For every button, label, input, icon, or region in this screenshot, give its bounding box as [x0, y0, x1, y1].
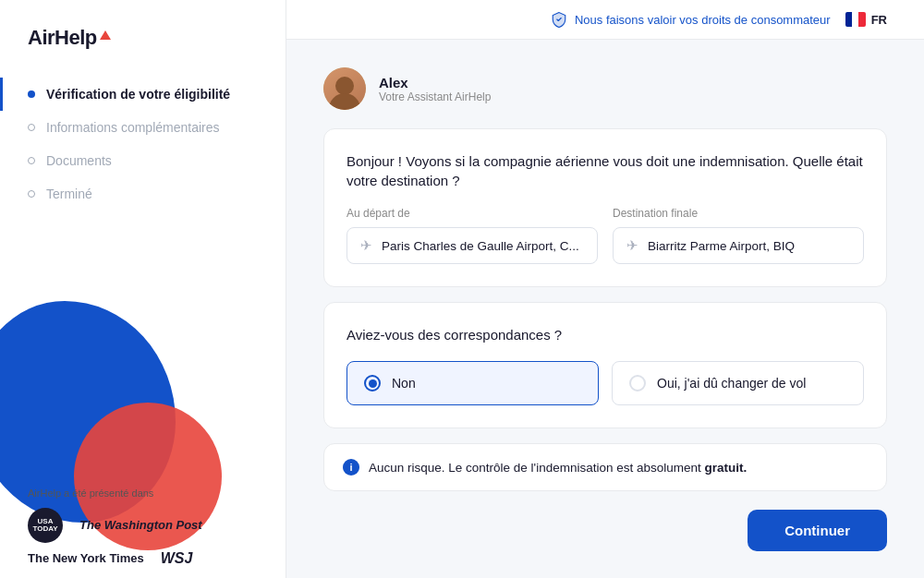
- flag-icon: [845, 12, 866, 27]
- sidebar-item-info[interactable]: Informations complémentaires: [0, 111, 286, 144]
- usa-today-logo: USATODAY: [28, 508, 63, 543]
- wsj-logo: WSJ: [161, 550, 193, 567]
- sidebar-item-documents[interactable]: Documents: [0, 144, 286, 177]
- plane-departure-icon: ✈: [360, 237, 372, 254]
- content-area: Alex Votre Assistant AirHelp Bonjour ! V…: [286, 40, 924, 578]
- continue-row: Continuer: [323, 510, 887, 551]
- lang-label: FR: [871, 13, 887, 27]
- flight-fields: Au départ de ✈ Paris Charles de Gaulle A…: [346, 207, 864, 264]
- nyt-logo: The New York Times: [28, 552, 144, 565]
- destination-question: Bonjour ! Voyons si la compagnie aérienn…: [346, 151, 864, 190]
- sidebar: AirHelp Vérification de votre éligibilit…: [0, 0, 286, 578]
- avatar: [323, 67, 366, 110]
- info-box: i Aucun risque. Le contrôle de l'indemni…: [323, 443, 887, 491]
- assistant-info: Alex Votre Assistant AirHelp: [379, 75, 491, 103]
- info-text: Aucun risque. Le contrôle de l'indemnisa…: [369, 461, 747, 475]
- destination-value: Biarritz Parme Airport, BIQ: [648, 239, 795, 253]
- radio-non-icon: [364, 375, 381, 391]
- logo: AirHelp: [0, 0, 286, 68]
- press-label: AirHelp a été présenté dans: [28, 488, 258, 499]
- press-section: AirHelp a été présenté dans USATODAY The…: [0, 473, 286, 578]
- circle-empty-icon: [28, 157, 35, 164]
- option-non-label: Non: [392, 376, 416, 391]
- shield-icon: [551, 11, 567, 28]
- main-content: Nous faisons valoir vos droits de consom…: [286, 0, 924, 578]
- departure-value: Paris Charles de Gaulle Airport, C...: [382, 239, 579, 253]
- sidebar-item-eligibility[interactable]: Vérification de votre éligibilité: [0, 78, 286, 111]
- departure-label: Au départ de: [346, 207, 598, 220]
- destination-card: Bonjour ! Voyons si la compagnie aérienn…: [323, 128, 887, 287]
- option-oui[interactable]: Oui, j'ai dû changer de vol: [612, 361, 864, 405]
- language-selector[interactable]: FR: [845, 12, 887, 27]
- assistant-name: Alex: [379, 75, 491, 90]
- option-oui-label: Oui, j'ai dû changer de vol: [657, 376, 806, 391]
- departure-input[interactable]: ✈ Paris Charles de Gaulle Airport, C...: [346, 227, 598, 264]
- info-text-bold: gratuit.: [705, 461, 748, 475]
- top-bar: Nous faisons valoir vos droits de consom…: [286, 0, 924, 40]
- radio-oui-icon: [629, 375, 646, 391]
- info-text-normal: Aucun risque. Le contrôle de l'indemnisa…: [369, 461, 705, 475]
- destination-input[interactable]: ✈ Biarritz Parme Airport, BIQ: [613, 227, 864, 264]
- assistant-title: Votre Assistant AirHelp: [379, 90, 491, 103]
- flag-white: [852, 12, 858, 27]
- departure-field: Au départ de ✈ Paris Charles de Gaulle A…: [346, 207, 598, 264]
- radio-options: Non Oui, j'ai dû changer de vol: [346, 361, 864, 405]
- assistant-header: Alex Votre Assistant AirHelp: [323, 67, 887, 110]
- avatar-face: [323, 67, 366, 110]
- logo-text: AirHelp: [28, 26, 97, 50]
- correspondances-question: Aviez-vous des correspondances ?: [346, 325, 864, 344]
- wapo-logo: The Washington Post: [79, 519, 202, 532]
- destination-label: Destination finale: [613, 207, 864, 220]
- plane-arrival-icon: ✈: [626, 237, 638, 254]
- destination-field: Destination finale ✈ Biarritz Parme Airp…: [613, 207, 864, 264]
- flag-red: [858, 12, 865, 27]
- circle-empty-icon: [28, 190, 35, 198]
- correspondances-card: Aviez-vous des correspondances ? Non Oui…: [323, 302, 887, 428]
- press-logos-row1: USATODAY The Washington Post: [28, 508, 258, 543]
- logo-triangle-icon: [100, 30, 111, 40]
- consumer-text: Nous faisons valoir vos droits de consom…: [575, 13, 831, 27]
- sidebar-item-done[interactable]: Terminé: [0, 177, 286, 211]
- info-icon: i: [343, 459, 359, 476]
- option-non[interactable]: Non: [346, 361, 599, 405]
- flag-blue: [845, 12, 852, 27]
- circle-empty-icon: [28, 124, 35, 131]
- consumer-rights-label: Nous faisons valoir vos droits de consom…: [551, 11, 831, 28]
- continue-button[interactable]: Continuer: [748, 510, 887, 551]
- bullet-icon: [28, 90, 35, 98]
- press-logos-row2: The New York Times WSJ: [28, 550, 258, 567]
